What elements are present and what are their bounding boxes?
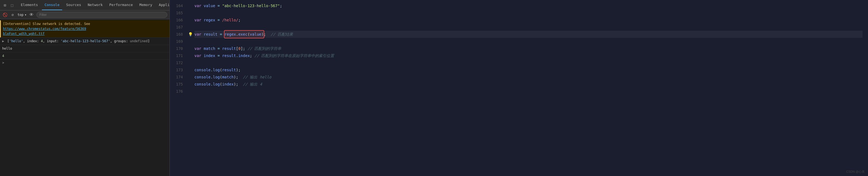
tab-sources[interactable]: Sources xyxy=(63,0,84,10)
semi-173: ; xyxy=(238,66,240,74)
devtools-tabs: ⊡ ⬚ Elements Console Sources Network Per… xyxy=(0,0,169,10)
op-dot-174: . xyxy=(211,74,213,81)
semi-164: ; xyxy=(280,2,282,9)
id-value: value xyxy=(204,2,215,9)
op-dot-168: . xyxy=(236,32,238,36)
console-prompt: > xyxy=(0,60,169,66)
cm-170: // 匹配到的字符串 xyxy=(248,45,281,52)
paren-open-173: ( xyxy=(220,66,222,74)
id-value-ref: value xyxy=(250,32,261,36)
clear-console-button[interactable]: 🚫 xyxy=(2,12,8,18)
regex-literal: /hello/ xyxy=(222,17,238,24)
line-num-172: 172 xyxy=(173,59,183,66)
id-console-173: console xyxy=(194,66,211,74)
cm-175: // 输出 4 xyxy=(243,81,262,88)
str-value: "abc-hello-123-hello-567" xyxy=(222,2,280,9)
console-message-hello: hello xyxy=(0,45,169,52)
bracket-close-170: ] xyxy=(241,45,243,52)
chevron-down-icon: ▾ xyxy=(25,13,27,17)
console-output: [Intervention] Slow network is detected.… xyxy=(0,19,169,176)
op-dot-173: . xyxy=(211,66,213,74)
id-result: result xyxy=(204,31,218,38)
paren-open-174: ( xyxy=(220,74,222,81)
line-num-166: 166 xyxy=(173,17,183,24)
code-line-170: var match = result[0]; // 匹配到的字符串 xyxy=(194,45,863,52)
tab-console[interactable]: Console xyxy=(42,0,62,10)
code-lines: var value = "abc-hello-123-hello-567"; v… xyxy=(194,2,868,174)
op-eq-171: = xyxy=(215,52,222,59)
code-line-164: var value = "abc-hello-123-hello-567"; xyxy=(194,2,863,9)
warning-text-before: [Intervention] Slow network is detected.… xyxy=(3,22,90,26)
id-console-174: console xyxy=(194,74,211,81)
array-preview-text: ['hello', index: 4, input: 'abc-hello-12… xyxy=(7,39,150,43)
code-content: 164 165 166 167 168 169 170 171 172 173 … xyxy=(170,0,868,176)
console-message-warning: [Intervention] Slow network is detected.… xyxy=(0,20,169,37)
cm-168: // 匹配结果 xyxy=(271,31,293,38)
code-line-173: console.log(result); xyxy=(194,66,863,74)
fn-log-174: log xyxy=(213,74,220,81)
op-dot-171: . xyxy=(236,52,238,59)
op-dot-175: . xyxy=(211,81,213,88)
prompt-symbol: > xyxy=(2,61,4,65)
paren-close-175: ) xyxy=(234,81,236,88)
code-line-174: console.log(match); // 输出 hello xyxy=(194,74,863,81)
id-result-171: result xyxy=(222,52,236,59)
eye-icon[interactable]: 👁 xyxy=(29,12,34,18)
fn-log-175: log xyxy=(213,81,220,88)
id-console-175: console xyxy=(194,81,211,88)
bracket-open-170: [ xyxy=(236,45,238,52)
semi-174: ; xyxy=(236,74,243,81)
line-num-171: 171 xyxy=(173,52,183,59)
tab-icons: ⊡ ⬚ xyxy=(2,2,15,8)
device-icon[interactable]: ⬚ xyxy=(9,2,15,8)
highlight-exec: regex.exec(value) xyxy=(224,31,264,38)
tab-performance[interactable]: Performance xyxy=(106,0,135,10)
line-num-175: 175 xyxy=(173,81,183,88)
semi-175: ; xyxy=(236,81,243,88)
line-num-165: 165 xyxy=(173,9,183,17)
kw-var-166: var xyxy=(194,17,204,24)
line-numbers: 164 165 166 167 168 169 170 171 172 173 … xyxy=(170,2,186,174)
tab-memory[interactable]: Memory xyxy=(136,0,155,10)
code-line-171: var index = result.index; // 匹配到的字符串在原始字… xyxy=(194,52,863,59)
line-num-164: 164 xyxy=(173,2,183,9)
code-line-167 xyxy=(194,24,863,31)
kw-var-170: var xyxy=(194,45,204,52)
tab-elements[interactable]: Elements xyxy=(18,0,41,10)
op-eq-166: = xyxy=(215,17,222,24)
semi-170: ; xyxy=(243,45,248,52)
inspect-icon[interactable]: ⊡ xyxy=(2,2,8,8)
line-num-173: 173 xyxy=(173,66,183,74)
code-line-165 xyxy=(194,9,863,17)
id-regex-ref: regex xyxy=(224,32,236,36)
code-line-172 xyxy=(194,59,863,66)
lint-bulb-icon[interactable]: 💡 xyxy=(186,31,194,38)
semi-166: ; xyxy=(238,17,240,24)
code-line-169 xyxy=(194,38,863,45)
code-editor: 164 165 166 167 168 169 170 171 172 173 … xyxy=(170,0,868,176)
expand-arrow-icon[interactable]: ▶ xyxy=(2,39,4,43)
paren-close-173: ) xyxy=(236,66,238,74)
code-line-168: var result = regex.exec(value); // 匹配结果 xyxy=(194,31,863,38)
cm-171: // 匹配到的字符串在原始字符串中的索引位置 xyxy=(254,52,334,59)
op-eq-170: = xyxy=(215,45,222,52)
console-toolbar: 🚫 ⊘ top ▾ 👁 xyxy=(0,10,169,19)
context-selector[interactable]: top ▾ xyxy=(18,13,27,17)
line-num-169: 169 xyxy=(173,38,183,45)
filter-input[interactable] xyxy=(36,12,167,18)
devtools-panel: ⊡ ⬚ Elements Console Sources Network Per… xyxy=(0,0,170,176)
warning-link[interactable]: https://www.chromestatus.com/feature/563… xyxy=(3,27,86,36)
filter-button[interactable]: ⊘ xyxy=(10,12,16,18)
console-message-array: ▶ ['hello', index: 4, input: 'abc-hello-… xyxy=(0,37,169,45)
log-text-hello: hello xyxy=(2,47,12,51)
semi-171: ; xyxy=(250,52,254,59)
console-message-4: 4 xyxy=(0,52,169,60)
op-eq-164: = xyxy=(215,2,222,9)
num-0: 0 xyxy=(238,45,240,52)
code-line-176 xyxy=(194,88,863,95)
paren-close-174: ) xyxy=(234,74,236,81)
id-regex: regex xyxy=(204,17,215,24)
log-text-4: 4 xyxy=(2,54,4,58)
tab-network[interactable]: Network xyxy=(85,0,105,10)
kw-var-171: var xyxy=(194,52,204,59)
